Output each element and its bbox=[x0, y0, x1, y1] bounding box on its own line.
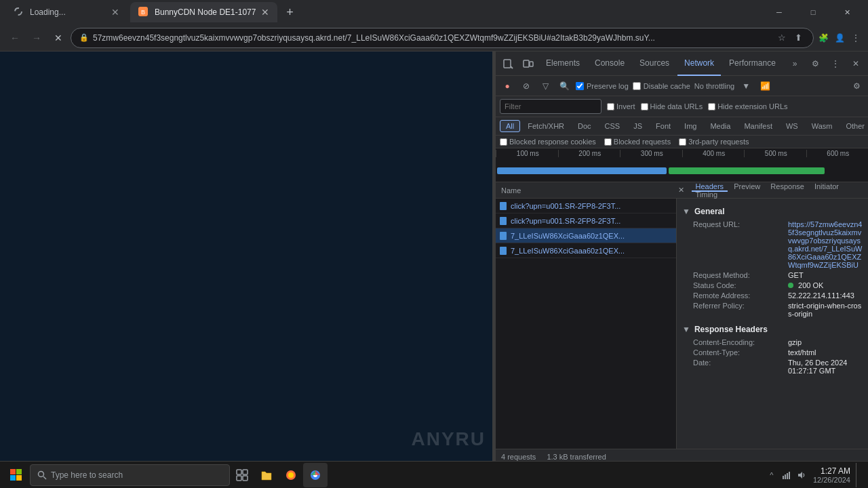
detail-tab-timing[interactable]: Timing bbox=[692, 190, 722, 199]
filter-img[interactable]: Img bbox=[678, 120, 703, 132]
third-party-checkbox[interactable] bbox=[679, 138, 686, 146]
general-section-header[interactable]: ▼ General bbox=[682, 207, 863, 216]
volume-tray-icon[interactable] bbox=[795, 469, 808, 481]
clear-button[interactable]: ⊘ bbox=[519, 79, 534, 94]
filter-js[interactable]: JS bbox=[627, 120, 648, 132]
content-type-value: text/html bbox=[788, 348, 816, 357]
tab-loading-close[interactable]: ✕ bbox=[111, 7, 119, 18]
address-bar[interactable]: 🔒 57zmw6eevzn45f3segngtlvuz5kaixmvvwvgp7… bbox=[71, 28, 814, 48]
tray-up-arrow[interactable]: ^ bbox=[766, 469, 778, 481]
svg-line-4 bbox=[511, 66, 513, 68]
detail-tab-response[interactable]: Response bbox=[766, 182, 808, 190]
tab-performance[interactable]: Performance bbox=[722, 52, 783, 76]
tab-console[interactable]: Console bbox=[588, 52, 631, 76]
disable-cache-label[interactable]: Disable cache bbox=[633, 82, 690, 90]
network-tray-icon[interactable] bbox=[781, 469, 793, 481]
filter-manifest[interactable]: Manifest bbox=[738, 120, 778, 132]
element-picker-icon[interactable] bbox=[498, 54, 517, 73]
disable-cache-checkbox[interactable] bbox=[633, 82, 641, 90]
remote-address-row: Remote Address: 52.222.214.111:443 bbox=[682, 291, 863, 300]
lock-icon: 🔒 bbox=[79, 33, 89, 42]
task-view-icon bbox=[236, 469, 248, 481]
request-row-4[interactable]: 7_LLeISuW86XciGaaa60z1QEX... bbox=[496, 243, 676, 258]
blocked-requests-checkbox[interactable] bbox=[604, 138, 612, 146]
hide-ext-urls-label[interactable]: Hide extension URLs bbox=[708, 102, 787, 110]
start-button[interactable] bbox=[3, 462, 30, 489]
close-button[interactable]: ✕ bbox=[831, 1, 863, 23]
filter-css[interactable]: CSS bbox=[599, 120, 627, 132]
taskbar-search[interactable]: Type here to search bbox=[30, 464, 230, 486]
firefox-button[interactable] bbox=[279, 463, 303, 487]
devtools-settings-icon[interactable]: ⚙ bbox=[806, 54, 825, 73]
chrome-button[interactable] bbox=[303, 463, 328, 487]
invert-checkbox[interactable] bbox=[607, 103, 614, 110]
hide-data-urls-label[interactable]: Hide data URLs bbox=[641, 102, 703, 110]
online-status-icon[interactable]: 📶 bbox=[757, 79, 772, 94]
more-tabs-icon[interactable]: » bbox=[785, 54, 804, 73]
devtools-close-icon[interactable]: ✕ bbox=[846, 54, 865, 73]
extensions-icon[interactable]: 🧩 bbox=[816, 31, 830, 45]
record-button[interactable]: ● bbox=[500, 79, 515, 94]
filter-media[interactable]: Media bbox=[704, 120, 736, 132]
hide-ext-urls-checkbox[interactable] bbox=[708, 103, 715, 110]
status-code-row: Status Code: 200 OK bbox=[682, 281, 863, 289]
request-row-3[interactable]: 7_LLeISuW86XciGaaa60z1QEX... bbox=[496, 228, 676, 243]
detail-tab-initiator[interactable]: Initiator bbox=[810, 182, 843, 190]
filter-all[interactable]: All bbox=[500, 120, 520, 132]
chrome-icon bbox=[309, 469, 321, 481]
svg-rect-22 bbox=[785, 474, 786, 479]
bookmark-icon[interactable]: ☆ bbox=[775, 31, 789, 45]
response-headers-section-header[interactable]: ▼ Response Headers bbox=[682, 325, 863, 334]
show-desktop-button[interactable] bbox=[856, 463, 860, 487]
filter-wasm[interactable]: Wasm bbox=[806, 120, 839, 132]
filter-font[interactable]: Font bbox=[650, 120, 677, 132]
tab-bunnycdn-close[interactable]: ✕ bbox=[261, 7, 269, 18]
blocked-requests-label[interactable]: Blocked requests bbox=[604, 138, 671, 146]
maximize-button[interactable]: □ bbox=[797, 1, 829, 23]
invert-checkbox-label[interactable]: Invert bbox=[607, 102, 635, 110]
minimize-button[interactable]: ─ bbox=[764, 1, 795, 23]
filter-toggle-button[interactable]: ▽ bbox=[538, 79, 553, 94]
third-party-label[interactable]: 3rd-party requests bbox=[679, 138, 749, 146]
blocked-cookies-label[interactable]: Blocked response cookies bbox=[500, 138, 596, 146]
device-toolbar-icon[interactable] bbox=[519, 54, 538, 73]
tab-elements[interactable]: Elements bbox=[539, 52, 587, 76]
refresh-button[interactable]: ✕ bbox=[49, 28, 68, 47]
filter-fetch-xhr[interactable]: Fetch/XHR bbox=[521, 120, 570, 132]
tab-network[interactable]: Network bbox=[677, 52, 721, 76]
network-toolbar-right: ⚙ bbox=[849, 79, 864, 94]
filter-doc[interactable]: Doc bbox=[572, 120, 597, 132]
new-tab-button[interactable]: + bbox=[280, 3, 299, 22]
main-area: ANYRU Elements Console Sources Network bbox=[0, 52, 868, 464]
back-button[interactable]: ← bbox=[5, 28, 24, 47]
svg-rect-15 bbox=[237, 476, 241, 481]
filter-input[interactable] bbox=[500, 99, 601, 114]
request-method-row: Request Method: GET bbox=[682, 271, 863, 279]
preserve-log-checkbox[interactable] bbox=[576, 82, 584, 90]
request-row-1[interactable]: click?upn=u001.SR-2FP8-2F3T... bbox=[496, 199, 676, 214]
request-row-2[interactable]: click?upn=u001.SR-2FP8-2F3T... bbox=[496, 214, 676, 228]
detail-tab-preview[interactable]: Preview bbox=[730, 182, 764, 190]
forward-button[interactable]: → bbox=[27, 28, 46, 47]
preserve-log-label[interactable]: Preserve log bbox=[576, 82, 629, 90]
search-network-button[interactable]: 🔍 bbox=[557, 79, 572, 94]
system-clock[interactable]: 1:27 AM 12/26/2024 bbox=[813, 466, 850, 484]
tab-bunnycdn[interactable]: B BunnyCDN Node DE1-1077 ✕ bbox=[130, 2, 277, 22]
svg-rect-23 bbox=[787, 473, 788, 479]
profile-icon[interactable]: 👤 bbox=[833, 31, 846, 45]
filter-ws[interactable]: WS bbox=[780, 120, 804, 132]
col-close[interactable]: ✕ bbox=[675, 186, 689, 195]
general-triangle: ▼ bbox=[682, 207, 690, 216]
filter-other[interactable]: Other bbox=[840, 120, 868, 132]
hide-data-urls-checkbox[interactable] bbox=[641, 103, 648, 110]
network-settings-icon[interactable]: ⚙ bbox=[849, 79, 864, 94]
throttle-dropdown-icon[interactable]: ▼ bbox=[738, 79, 753, 94]
blocked-cookies-checkbox[interactable] bbox=[500, 138, 507, 146]
task-view-button[interactable] bbox=[230, 463, 254, 487]
devtools-overflow-icon[interactable]: ⋮ bbox=[826, 54, 845, 73]
share-icon[interactable]: ⬆ bbox=[791, 31, 805, 45]
menu-icon[interactable]: ⋮ bbox=[849, 31, 863, 45]
tab-loading[interactable]: Loading... ✕ bbox=[5, 2, 127, 22]
file-explorer-button[interactable] bbox=[254, 463, 279, 487]
tab-sources[interactable]: Sources bbox=[633, 52, 676, 76]
